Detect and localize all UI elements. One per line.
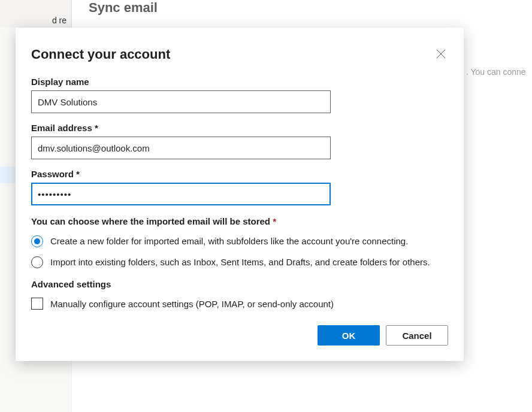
radio-dot-icon: [34, 238, 40, 244]
required-star: *: [76, 169, 80, 179]
email-input[interactable]: [31, 137, 331, 159]
ok-button[interactable]: OK: [318, 325, 380, 346]
close-icon: [436, 49, 446, 59]
modal-title: Connect your account: [31, 47, 170, 62]
close-button[interactable]: [434, 47, 448, 61]
password-label: Password *: [31, 169, 448, 179]
radio-button[interactable]: [31, 235, 43, 247]
radio-label: Create a new folder for imported email, …: [50, 235, 408, 247]
storage-option-new-folder[interactable]: Create a new folder for imported email, …: [31, 235, 448, 247]
display-name-label: Display name: [31, 77, 448, 87]
manual-config-option[interactable]: Manually configure account settings (POP…: [31, 298, 448, 310]
display-name-input[interactable]: [31, 90, 331, 113]
storage-option-existing-folders[interactable]: Import into existing folders, such as In…: [31, 256, 448, 268]
connect-account-modal: Connect your account Display name Email …: [16, 28, 464, 361]
required-star: *: [273, 216, 276, 226]
sidebar-item[interactable]: d re: [0, 12, 71, 29]
page-title: Sync email: [89, 0, 158, 16]
storage-section-label: You can choose where the imported email …: [31, 216, 448, 226]
cancel-button[interactable]: Cancel: [386, 325, 448, 346]
checkbox-label: Manually configure account settings (POP…: [50, 299, 334, 309]
required-star: *: [95, 123, 98, 133]
advanced-settings-label: Advanced settings: [31, 279, 448, 289]
checkbox[interactable]: [31, 298, 43, 310]
email-label: Email address *: [31, 123, 448, 133]
password-input[interactable]: [31, 183, 331, 205]
radio-button[interactable]: [31, 256, 43, 268]
radio-label: Import into existing folders, such as In…: [50, 256, 430, 268]
